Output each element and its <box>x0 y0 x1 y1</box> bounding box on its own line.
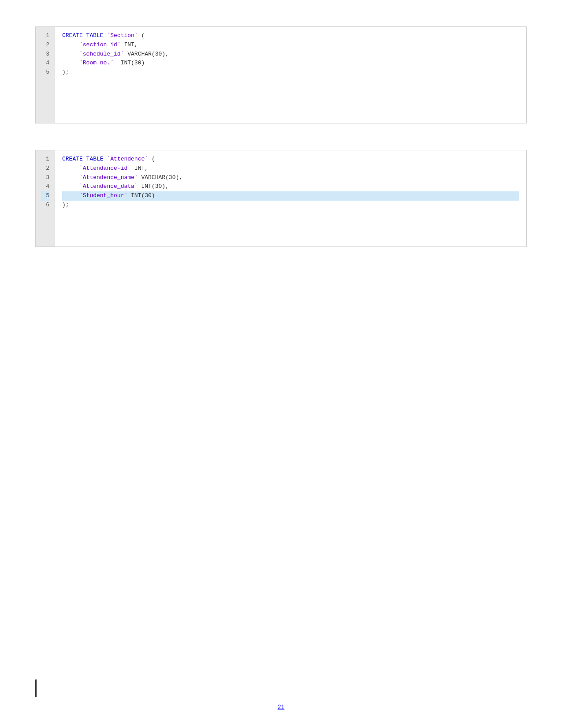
code-line-2-3: `Attendence_name` VARCHAR(30), <box>62 173 519 183</box>
code-block-2: 1 2 3 4 5 6 CREATE TABLE `Attendence` ( … <box>35 150 527 247</box>
line-numbers-1: 1 2 3 4 5 <box>36 27 55 123</box>
line-numbers-2: 1 2 3 4 5 6 <box>36 150 55 246</box>
line-num-1-1: 1 <box>41 31 49 41</box>
line-num-2-3: 3 <box>41 173 49 183</box>
code-content-1[interactable]: CREATE TABLE `Section` ( `section_id` IN… <box>55 27 526 123</box>
line-num-2-1: 1 <box>41 155 49 164</box>
code-line-1-5: ); <box>62 68 519 77</box>
code-line-2-4: `Attendence_data` INT(30), <box>62 182 519 191</box>
line-num-1-5: 5 <box>41 68 49 77</box>
code-line-2-2: `Attendance-id` INT, <box>62 164 519 173</box>
page-footer: 21 <box>0 703 562 710</box>
page-container: 1 2 3 4 5 CREATE TABLE `Section` ( `sect… <box>0 0 562 728</box>
line-num-1-3: 3 <box>41 50 49 59</box>
line-num-1-2: 2 <box>41 41 49 50</box>
code-line-1-3: `schedule_id` VARCHAR(30), <box>62 50 519 59</box>
line-num-2-6: 6 <box>41 201 49 210</box>
footer-left-bar <box>35 679 37 697</box>
line-num-2-4: 4 <box>41 182 49 191</box>
code-line-2-5: `Student_hour` INT(30) <box>62 191 519 201</box>
line-num-2-2: 2 <box>41 164 49 173</box>
code-block-1: 1 2 3 4 5 CREATE TABLE `Section` ( `sect… <box>35 26 527 123</box>
page-number: 21 <box>278 703 285 710</box>
code-line-2-6: ); <box>62 201 519 210</box>
code-content-2[interactable]: CREATE TABLE `Attendence` ( `Attendance-… <box>55 150 526 246</box>
code-line-2-1: CREATE TABLE `Attendence` ( <box>62 155 519 164</box>
code-line-1-2: `section_id` INT, <box>62 41 519 50</box>
code-line-1-1: CREATE TABLE `Section` ( <box>62 31 519 41</box>
line-num-2-5: 5 <box>41 191 49 201</box>
code-line-1-4: `Room_no.` INT(30) <box>62 59 519 68</box>
line-num-1-4: 4 <box>41 59 49 68</box>
